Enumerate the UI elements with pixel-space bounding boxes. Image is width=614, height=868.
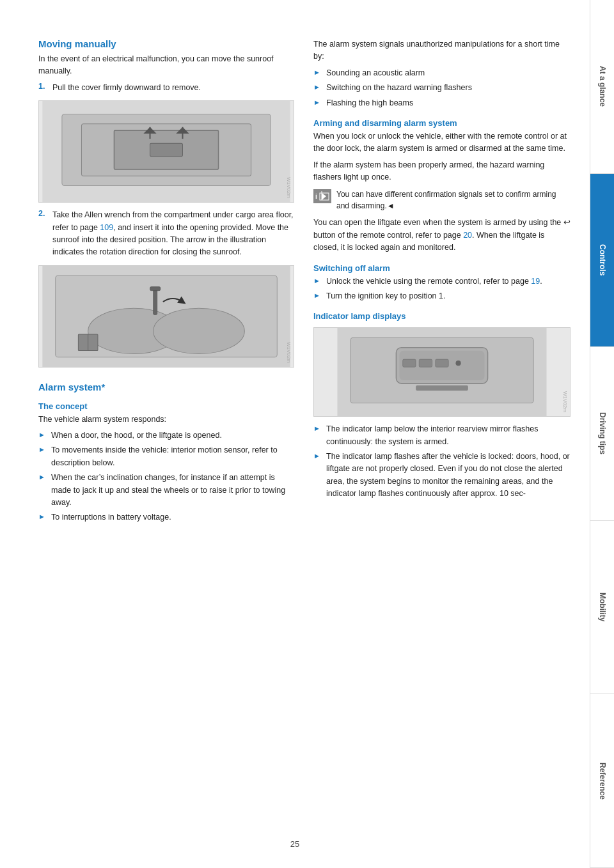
alarm-bullet-3: ► When the car’s inclination changes, fo… (38, 472, 294, 509)
signal-bullet-3: ► Flashing the high beams (313, 97, 571, 109)
page-bottom: 25 (0, 839, 590, 849)
alarm-system-section: Alarm system* The concept The vehicle al… (38, 382, 294, 524)
alarm-bullet-4: ► To interruptions in battery voltage. (38, 511, 294, 523)
bullet-arrow-3: ► (38, 473, 47, 481)
sidebar-label-controls: Controls (598, 244, 607, 275)
step-2-num: 2. (38, 209, 49, 259)
indicator-heading: Indicator lamp displays (313, 311, 571, 321)
sunroof-image-1: W1V02m (38, 100, 294, 203)
switching-off-heading: Switching off alarm (313, 263, 571, 273)
indicator-bullet-2: ► The indicator lamp flashes after the v… (313, 451, 571, 500)
step-1-text: Pull the cover firmly downward to remove… (52, 82, 201, 94)
page-link-20[interactable]: 20 (463, 231, 472, 240)
indicator-arrow-1: ► (313, 424, 322, 432)
note-text: You can have different confirmation sign… (336, 189, 571, 212)
bullet-arrow-1: ► (38, 431, 47, 438)
arming-para-1: When you lock or unlock the vehicle, eit… (313, 130, 571, 155)
indicator-image: W1V02m (313, 327, 571, 417)
sunroof-image-2: W1V02m (38, 265, 294, 368)
svg-point-12 (154, 308, 245, 353)
switching-arrow-1: ► (313, 277, 322, 284)
alarm-bullet-text-2: To movements inside the vehicle: interio… (51, 444, 294, 469)
sidebar-item-at-a-glance[interactable]: At a glance (590, 0, 614, 174)
sidebar-item-mobility[interactable]: Mobility (590, 521, 614, 695)
image-watermark-1: W1V02m (286, 177, 292, 198)
svg-rect-30 (416, 385, 468, 391)
note-box: i You can have different confirmation si… (313, 189, 571, 212)
arming-para-2: If the alarm system has been properly ar… (313, 159, 571, 184)
svg-text:i: i (315, 193, 317, 200)
alarm-bullet-text-1: When a door, the hood, or the liftgate i… (51, 430, 222, 442)
sidebar-label-reference: Reference (598, 763, 607, 800)
indicator-bullet-1: ► The indicator lamp below the interior … (313, 423, 571, 448)
signal-arrow-3: ► (313, 98, 322, 106)
step-2: 2. Take the Allen wrench from the compar… (38, 209, 294, 259)
svg-rect-4 (150, 143, 183, 156)
signal-arrow-1: ► (313, 68, 322, 76)
indicator-arrow-2: ► (313, 452, 322, 460)
signal-text-2: Switching on the hazard warning flashers (326, 82, 472, 94)
signal-text-1: Sounding an acoustic alarm (326, 67, 425, 79)
alarm-bullet-text-3: When the car’s inclination changes, for … (51, 472, 294, 509)
switching-text-1: Unlock the vehicle using the remote cont… (326, 275, 542, 288)
image-watermark-2: W1V02m (286, 342, 292, 363)
concept-intro: The vehicle alarm system responds: (38, 414, 294, 426)
svg-rect-27 (419, 359, 432, 367)
signal-arrow-2: ► (313, 83, 322, 91)
page-number: 25 (290, 839, 299, 849)
page-link-19[interactable]: 19 (531, 277, 540, 286)
signal-text-3: Flashing the high beams (326, 97, 413, 109)
signal-bullet-2: ► Switching on the hazard warning flashe… (313, 82, 571, 94)
svg-rect-13 (154, 288, 157, 314)
concept-heading: The concept (38, 401, 294, 411)
bullet-arrow-4: ► (38, 513, 47, 520)
switching-arrow-2: ► (313, 291, 322, 299)
page-link-109[interactable]: 109 (100, 223, 113, 232)
sidebar-label-driving-tips: Driving tips (598, 412, 607, 454)
switching-text-2: Turn the ignition key to position 1. (326, 290, 445, 302)
right-column: The alarm system signals unauthorized ma… (313, 38, 571, 830)
svg-point-29 (455, 360, 460, 366)
sidebar-item-controls[interactable]: Controls (590, 174, 614, 348)
arming-heading: Arming and disarming alarm system (313, 118, 571, 128)
switching-bullet-1: ► Unlock the vehicle using the remote co… (313, 275, 571, 288)
alarm-bullet-1: ► When a door, the hood, or the liftgate… (38, 430, 294, 442)
sidebar-item-driving-tips[interactable]: Driving tips (590, 347, 614, 521)
arming-para-3: You can open the liftgate even when the … (313, 217, 571, 254)
svg-rect-14 (150, 286, 161, 290)
alarm-bullet-2: ► To movements inside the vehicle: inter… (38, 444, 294, 469)
bullet-arrow-2: ► (38, 446, 47, 453)
sidebar: At a glance Controls Driving tips Mobili… (590, 0, 614, 868)
step-2-text: Take the Allen wrench from the compartme… (52, 209, 294, 259)
alarm-system-heading: Alarm system* (38, 382, 294, 392)
moving-manually-heading: Moving manually (38, 38, 294, 49)
indicator-text-2: The indicator lamp flashes after the veh… (326, 451, 571, 500)
alarm-signals-intro: The alarm system signals unauthorized ma… (313, 38, 571, 63)
svg-rect-28 (436, 359, 448, 367)
signal-bullet-1: ► Sounding an acoustic alarm (313, 67, 571, 79)
step-1: 1. Pull the cover firmly downward to rem… (38, 82, 294, 94)
step-1-num: 1. (38, 82, 49, 94)
main-content: Moving manually In the event of an elect… (0, 0, 590, 868)
switching-bullet-2: ► Turn the ignition key to position 1. (313, 290, 571, 302)
sidebar-item-reference[interactable]: Reference (590, 694, 614, 868)
moving-manually-intro: In the event of an electrical malfunctio… (38, 53, 294, 78)
note-icon: i (313, 189, 331, 203)
svg-rect-26 (403, 359, 416, 367)
sidebar-label-at-a-glance: At a glance (598, 66, 607, 107)
image-watermark-3: W1V02m (562, 391, 568, 412)
indicator-text-1: The indicator lamp below the interior re… (326, 423, 571, 448)
left-column: Moving manually In the event of an elect… (38, 38, 294, 830)
page-wrapper: Moving manually In the event of an elect… (0, 0, 614, 868)
alarm-bullet-text-4: To interruptions in battery voltage. (51, 511, 171, 523)
sidebar-label-mobility: Mobility (598, 593, 607, 621)
